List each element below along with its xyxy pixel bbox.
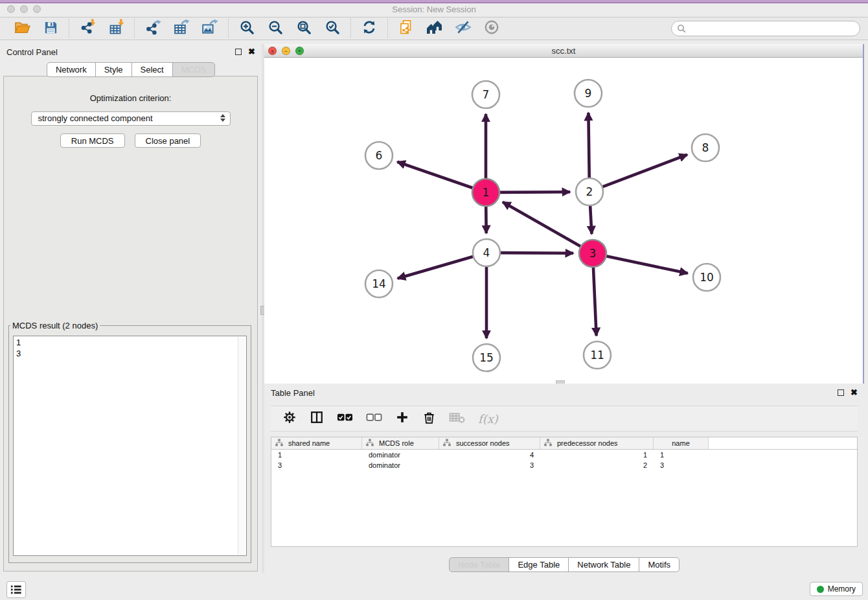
select-all-columns-button[interactable] bbox=[337, 410, 353, 428]
column-type-icon bbox=[443, 439, 451, 448]
table-row[interactable]: 3dominator323 bbox=[271, 460, 857, 470]
refresh-layout-icon bbox=[361, 19, 377, 38]
table-cell[interactable]: 1 bbox=[654, 450, 709, 460]
table-tab-edge-table[interactable]: Edge Table bbox=[508, 557, 569, 572]
tab-style[interactable]: Style bbox=[95, 62, 132, 77]
search-box[interactable] bbox=[671, 21, 860, 36]
graph-node-label-15: 15 bbox=[479, 351, 494, 364]
graph-node-label-1: 1 bbox=[483, 186, 490, 199]
graph-edge-2-9[interactable] bbox=[588, 113, 589, 179]
table-cell[interactable]: 3 bbox=[271, 460, 362, 470]
table-cell[interactable]: 2 bbox=[540, 460, 654, 470]
delete-table-button bbox=[449, 410, 465, 428]
table-tabs: Node TableEdge TableNetwork TableMotifs bbox=[264, 557, 864, 572]
table-cell[interactable]: 1 bbox=[271, 450, 362, 460]
table-cell[interactable]: dominator bbox=[362, 450, 439, 460]
table-tab-motifs[interactable]: Motifs bbox=[639, 557, 680, 572]
column-header-name[interactable]: name bbox=[654, 437, 709, 449]
eye-icon bbox=[483, 19, 500, 38]
node-table[interactable]: shared nameMCDS rolesuccessor nodesprede… bbox=[271, 437, 858, 547]
network-canvas[interactable]: 7968124314101511 bbox=[264, 58, 863, 383]
table-cell[interactable]: dominator bbox=[362, 460, 439, 470]
column-header-MCDS-role[interactable]: MCDS role bbox=[362, 437, 439, 449]
table-cell[interactable]: 1 bbox=[540, 450, 654, 460]
import-table-icon bbox=[108, 19, 124, 38]
column-type-icon bbox=[275, 439, 283, 448]
window-controls[interactable] bbox=[7, 5, 41, 13]
graph-edge-2-3[interactable] bbox=[590, 205, 591, 234]
graph-edge-1-2[interactable] bbox=[499, 192, 570, 192]
status-bar: Memory bbox=[0, 574, 868, 600]
graph-edge-3-10[interactable] bbox=[606, 256, 688, 273]
zoom-in-button[interactable] bbox=[238, 19, 256, 38]
zoom-fit-button[interactable] bbox=[295, 19, 313, 38]
column-header-predecessor-nodes[interactable]: predecessor nodes bbox=[540, 437, 654, 449]
zoom-view-button[interactable]: + bbox=[295, 47, 304, 55]
close-view-button[interactable]: x bbox=[268, 47, 277, 55]
column-header-successor-nodes[interactable]: successor nodes bbox=[439, 437, 540, 449]
minimize-view-button[interactable]: – bbox=[282, 47, 290, 55]
float-panel-icon[interactable] bbox=[235, 49, 242, 55]
search-input[interactable] bbox=[687, 23, 854, 34]
run-mcds-button[interactable]: Run MCDS bbox=[60, 133, 125, 148]
zoom-out-button[interactable] bbox=[266, 19, 284, 38]
graph-edge-1-6[interactable] bbox=[397, 162, 474, 189]
split-columns-button[interactable] bbox=[310, 410, 324, 428]
network-graph[interactable]: 7968124314101511 bbox=[264, 58, 863, 383]
export-image-button[interactable] bbox=[201, 19, 219, 38]
open-folder-button[interactable] bbox=[13, 19, 31, 38]
minimize-window-button[interactable] bbox=[20, 5, 28, 13]
zoom-window-button[interactable] bbox=[33, 5, 41, 13]
eye-crossed-button[interactable] bbox=[454, 19, 472, 38]
save-button[interactable] bbox=[41, 19, 60, 38]
table-row[interactable]: 1dominator411 bbox=[271, 450, 857, 460]
close-panel-button[interactable]: Close panel bbox=[135, 133, 201, 148]
tab-select[interactable]: Select bbox=[131, 62, 173, 77]
import-table-button[interactable] bbox=[107, 19, 125, 38]
clone-network-button[interactable] bbox=[397, 19, 415, 38]
graph-edge-3-11[interactable] bbox=[593, 266, 597, 336]
tab-network[interactable]: Network bbox=[47, 62, 96, 77]
table-tab-node-table[interactable]: Node Table bbox=[449, 557, 510, 572]
graph-edge-4-3[interactable] bbox=[499, 253, 573, 253]
unselect-all-columns-button[interactable] bbox=[366, 410, 382, 428]
add-column-button[interactable] bbox=[395, 410, 409, 428]
graph-edge-2-8[interactable] bbox=[602, 155, 687, 187]
table-cell[interactable]: 3 bbox=[654, 460, 709, 470]
graph-edge-3-1[interactable] bbox=[503, 202, 582, 247]
dropdown-stepper-icon bbox=[220, 114, 225, 122]
zoom-selected-button[interactable] bbox=[323, 19, 341, 38]
close-window-button[interactable] bbox=[7, 5, 15, 13]
export-network-button[interactable] bbox=[144, 19, 162, 38]
column-type-icon bbox=[544, 439, 552, 448]
column-header-shared-name[interactable]: shared name bbox=[271, 437, 362, 449]
import-network-button[interactable] bbox=[78, 19, 97, 38]
table-tab-network-table[interactable]: Network Table bbox=[568, 557, 639, 572]
graph-edge-4-14[interactable] bbox=[398, 257, 474, 279]
control-panel: Control Panel ✖ NetworkStyleSelectMCDS O… bbox=[0, 44, 262, 573]
close-table-panel-icon[interactable]: ✖ bbox=[851, 389, 858, 396]
eye-button[interactable] bbox=[483, 19, 501, 38]
table-panel-title: Table Panel bbox=[271, 388, 315, 398]
canvas-scroll-grip[interactable] bbox=[556, 380, 565, 384]
network-window-titlebar[interactable]: x–+ scc.txt bbox=[264, 44, 863, 58]
table-cell[interactable]: 3 bbox=[439, 460, 540, 470]
close-panel-icon[interactable]: ✖ bbox=[248, 49, 255, 55]
list-icon bbox=[9, 584, 23, 595]
graph-node-label-6: 6 bbox=[376, 149, 383, 162]
export-table-button[interactable] bbox=[172, 19, 190, 38]
mcds-result-list[interactable]: 1 3 bbox=[13, 336, 247, 556]
table-panel: Table Panel ✖ f(x) shared nameMCDS roles… bbox=[264, 385, 864, 573]
network-window-controls[interactable]: x–+ bbox=[268, 47, 304, 55]
table-cell[interactable]: 4 bbox=[439, 450, 540, 460]
delete-column-button[interactable] bbox=[422, 410, 436, 428]
optimization-criterion-select[interactable]: strongly connected component bbox=[31, 111, 231, 126]
refresh-layout-button[interactable] bbox=[360, 19, 378, 38]
home-button[interactable] bbox=[426, 19, 444, 38]
float-table-panel-icon[interactable] bbox=[838, 389, 844, 396]
split-columns-icon bbox=[310, 410, 324, 427]
gear-button[interactable] bbox=[282, 410, 297, 428]
task-history-button[interactable] bbox=[6, 581, 26, 598]
tab-mcds[interactable]: MCDS bbox=[172, 62, 215, 77]
memory-button[interactable]: Memory bbox=[810, 582, 863, 596]
